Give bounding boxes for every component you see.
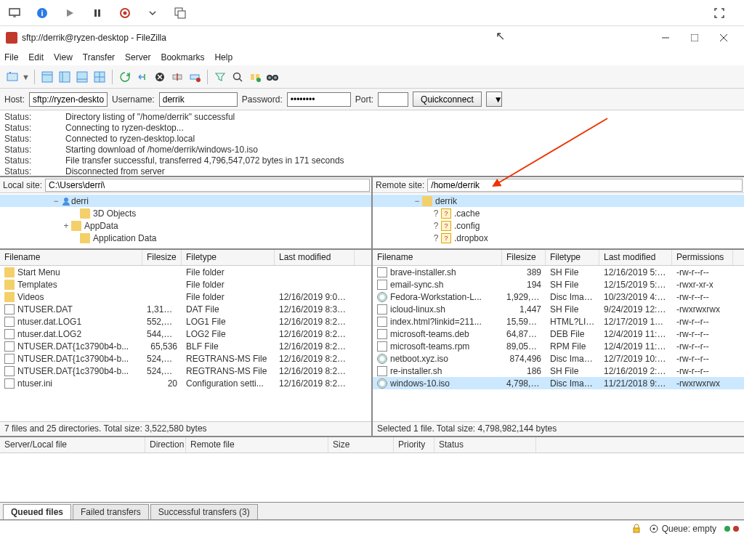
minimize-button[interactable] — [651, 28, 680, 48]
cancel-icon[interactable] — [152, 69, 168, 85]
tree-expander[interactable]: ? — [431, 208, 441, 219]
filter-icon[interactable] — [212, 69, 228, 85]
tree-item[interactable]: ??.cache — [373, 207, 744, 219]
tree-item[interactable]: +AppData — [0, 219, 371, 232]
toggle-log-icon[interactable] — [39, 69, 55, 85]
queue-tab[interactable]: Queued files — [3, 504, 71, 519]
password-input[interactable] — [287, 92, 351, 107]
play-icon[interactable] — [61, 4, 78, 22]
local-file-table[interactable]: FilenameFilesizeFiletypeLast modified St… — [0, 250, 371, 421]
column-header[interactable]: Permissions — [672, 250, 733, 265]
column-header[interactable]: Last modified — [599, 250, 672, 265]
file-row[interactable]: VideosFile folder12/16/2019 9:02:59... — [0, 291, 371, 303]
file-row[interactable]: microsoft-teams.deb64,874,490DEB File12/… — [373, 328, 744, 340]
toggle-tree-icon[interactable] — [57, 69, 73, 85]
quickconnect-dropdown[interactable]: ▼ — [486, 92, 502, 107]
column-header[interactable]: Direction — [145, 437, 186, 453]
binoculars-icon[interactable] — [264, 69, 280, 85]
username-input[interactable] — [159, 92, 238, 107]
tree-expander[interactable]: − — [51, 196, 61, 206]
column-header[interactable]: Size — [328, 437, 394, 453]
menu-file[interactable]: File — [4, 52, 18, 62]
file-row[interactable]: microsoft-teams.rpm89,055,321RPM File12/… — [373, 340, 744, 352]
column-header[interactable]: Server/Local file — [0, 437, 145, 453]
file-row[interactable]: netboot.xyz.iso874,496Disc Image...12/7/… — [373, 352, 744, 365]
pause-icon[interactable] — [89, 4, 106, 22]
windows-icon[interactable] — [171, 4, 189, 22]
tree-label: .dropbox — [454, 233, 488, 243]
menu-server[interactable]: Server — [125, 52, 150, 62]
file-row[interactable]: re-installer.sh186SH File12/16/2019 2:4.… — [373, 365, 744, 377]
column-header[interactable]: Filename — [373, 250, 502, 265]
queue-tab[interactable]: Failed transfers — [73, 504, 149, 519]
file-row[interactable]: NTUSER.DAT{1c3790b4-b...65,536BLF File12… — [0, 340, 371, 352]
menu-view[interactable]: View — [54, 52, 73, 62]
disconnect-icon[interactable] — [169, 69, 185, 85]
file-row[interactable]: NTUSER.DAT{1c3790b4-b...524,288REGTRANS-… — [0, 352, 371, 365]
file-row[interactable]: windows-10.iso4,798,982,...Disc Image...… — [373, 377, 744, 389]
dropdown-icon[interactable] — [144, 4, 161, 22]
file-row[interactable]: icloud-linux.sh1,447SH File9/24/2019 12:… — [373, 303, 744, 315]
file-row[interactable]: index.html?linkid=211...15,597,200HTML?L… — [373, 315, 744, 328]
process-queue-icon[interactable] — [134, 69, 150, 85]
remote-file-table[interactable]: FilenameFilesizeFiletypeLast modifiedPer… — [373, 250, 744, 421]
file-row[interactable]: Start MenuFile folder — [0, 266, 371, 278]
quickconnect-button[interactable]: Quickconnect — [413, 92, 482, 107]
close-button[interactable] — [709, 28, 738, 48]
column-header[interactable]: Remote file — [186, 437, 328, 453]
toggle-queue-icon[interactable] — [74, 69, 90, 85]
log-panel[interactable]: Status:Directory listing of "/home/derri… — [0, 110, 744, 177]
refresh-icon[interactable] — [117, 69, 133, 85]
file-row[interactable]: Fedora-Workstation-L...1,929,379,...Disc… — [373, 291, 744, 303]
local-tree[interactable]: −derri3D Objects+AppDataApplication Data — [0, 193, 371, 250]
file-row[interactable]: ntuser.ini20Configuration setti...12/16/… — [0, 377, 371, 389]
file-row[interactable]: brave-installer.sh389SH File12/16/2019 5… — [373, 266, 744, 278]
search-icon[interactable] — [230, 69, 246, 85]
tree-expander[interactable]: + — [61, 221, 71, 231]
column-header[interactable]: Priority — [394, 437, 434, 453]
queue-body[interactable] — [0, 453, 744, 502]
fullscreen-icon[interactable] — [711, 4, 728, 22]
remote-tree[interactable]: −derrik??.cache??.config??.dropbox — [373, 193, 744, 250]
column-header[interactable]: Filetype — [182, 250, 275, 265]
tree-expander[interactable]: − — [412, 196, 422, 206]
tree-item[interactable]: −derrik — [373, 195, 744, 207]
column-header[interactable]: Filetype — [546, 250, 599, 265]
menu-bookmarks[interactable]: Bookmarks — [161, 52, 204, 62]
file-row[interactable]: email-sync.sh194SH File12/15/2019 5:2...… — [373, 278, 744, 291]
tree-expander[interactable]: ? — [431, 221, 441, 231]
file-row[interactable]: ntuser.dat.LOG2544,768LOG2 File12/16/201… — [0, 328, 371, 340]
file-row[interactable]: ntuser.dat.LOG1552,960LOG1 File12/16/201… — [0, 315, 371, 328]
maximize-button[interactable] — [680, 28, 709, 48]
port-input[interactable] — [378, 92, 408, 107]
column-header[interactable]: Filesize — [502, 250, 546, 265]
queue-tab[interactable]: Successful transfers (3) — [150, 504, 258, 519]
host-input[interactable] — [29, 92, 108, 107]
column-header[interactable]: Status — [434, 437, 536, 453]
tree-item[interactable]: Application Data — [0, 232, 371, 244]
tree-item[interactable]: ??.config — [373, 219, 744, 232]
monitor-icon[interactable] — [6, 4, 23, 22]
reconnect-icon[interactable] — [187, 69, 203, 85]
column-header[interactable]: Filename — [0, 250, 142, 265]
column-header[interactable]: Last modified — [275, 250, 355, 265]
tree-expander[interactable]: ? — [431, 233, 441, 243]
local-site-input[interactable] — [45, 179, 370, 192]
tree-item[interactable]: −derri — [0, 195, 371, 207]
file-modified: 12/16/2019 9:02:59... — [275, 292, 355, 302]
column-header[interactable]: Filesize — [142, 250, 182, 265]
file-row[interactable]: NTUSER.DAT{1c3790b4-b...524,288REGTRANS-… — [0, 365, 371, 377]
compare-icon[interactable] — [247, 69, 263, 85]
menu-edit[interactable]: Edit — [28, 52, 44, 62]
tree-item[interactable]: 3D Objects — [0, 207, 371, 219]
file-row[interactable]: NTUSER.DAT1,310,720DAT File12/16/2019 8:… — [0, 303, 371, 315]
site-manager-icon[interactable] — [4, 69, 20, 85]
menu-help[interactable]: Help — [214, 52, 232, 62]
toggle-sync-icon[interactable] — [92, 69, 108, 85]
remote-site-input[interactable] — [427, 179, 743, 192]
file-row[interactable]: TemplatesFile folder — [0, 278, 371, 291]
info-icon[interactable]: i — [33, 4, 51, 22]
tree-item[interactable]: ??.dropbox — [373, 232, 744, 244]
record-icon[interactable] — [116, 4, 134, 22]
menu-transfer[interactable]: Transfer — [83, 52, 115, 62]
